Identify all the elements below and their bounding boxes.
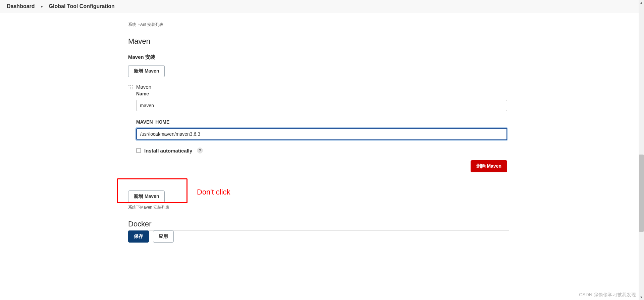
scrollbar-thumb[interactable]: [639, 155, 644, 232]
watermark-text: CSDN @偷偷学习被我发现: [579, 292, 636, 298]
chevron-right-icon: ▸: [41, 4, 43, 9]
breadcrumb-dashboard[interactable]: Dashboard: [7, 3, 35, 9]
main-content: 系统下Ant 安装列表 Maven Maven 安装 新增 Maven Mave…: [0, 13, 644, 231]
scrollbar-track[interactable]: ▲ ▼: [639, 0, 644, 300]
delete-maven-button[interactable]: 删除 Maven: [471, 160, 507, 172]
breadcrumb-current: Global Tool Configuration: [49, 3, 115, 9]
scroll-down-arrow-icon[interactable]: ▼: [639, 295, 644, 300]
add-maven-bottom-section: 新增 Maven 系统下Maven 安装列表: [128, 190, 644, 210]
apply-button[interactable]: 应用: [153, 230, 174, 243]
maven-name-input[interactable]: [136, 100, 507, 111]
footer-actions: 保存 应用: [128, 228, 174, 243]
install-auto-row: Install automatically ?: [136, 147, 507, 154]
ant-install-list-hint: 系统下Ant 安装列表: [128, 22, 644, 28]
divider: [128, 230, 509, 231]
maven-home-label: MAVEN_HOME: [136, 119, 507, 125]
help-icon[interactable]: ?: [197, 147, 203, 154]
docker-section-title: Docker: [128, 220, 644, 228]
divider: [128, 48, 509, 48]
maven-home-input[interactable]: [136, 128, 507, 140]
maven-tool-block: Maven Name MAVEN_HOME Install automatica…: [128, 84, 507, 154]
scroll-up-arrow-icon[interactable]: ▲: [639, 0, 644, 5]
save-button[interactable]: 保存: [128, 230, 149, 243]
maven-install-heading: Maven 安装: [128, 54, 644, 60]
install-auto-checkbox[interactable]: [136, 148, 141, 153]
drag-handle-icon[interactable]: [128, 85, 133, 89]
breadcrumb: Dashboard ▸ Global Tool Configuration: [0, 0, 644, 13]
install-auto-label: Install automatically: [144, 148, 192, 154]
add-maven-button-bottom[interactable]: 新增 Maven: [128, 190, 165, 203]
maven-install-list-hint: 系统下Maven 安装列表: [128, 205, 644, 210]
maven-tool-label: Maven: [136, 84, 507, 90]
name-label: Name: [136, 91, 507, 96]
add-maven-button-top[interactable]: 新增 Maven: [128, 65, 165, 77]
maven-section-title: Maven: [128, 37, 644, 46]
